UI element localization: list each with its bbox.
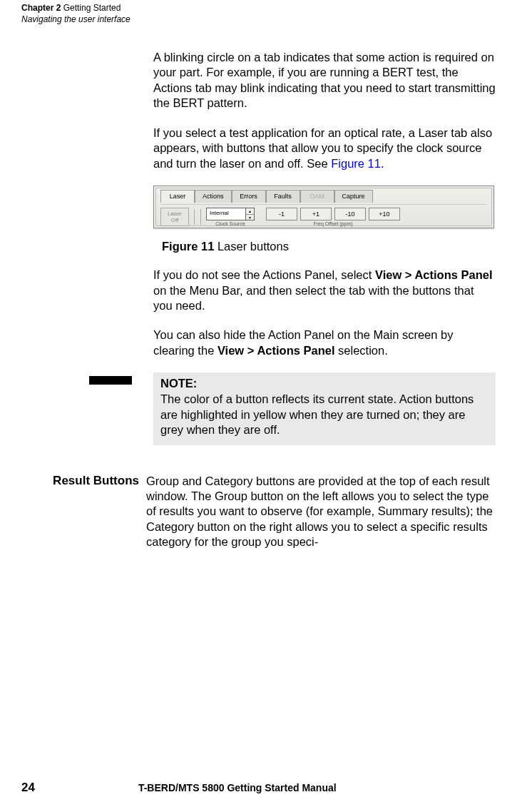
freq-plus-1-button[interactable]: +1: [300, 208, 332, 220]
paragraph-3-text-b: on the Menu Bar, and then select the tab…: [153, 284, 474, 312]
result-buttons-section: Result Buttons Group and Category button…: [38, 474, 496, 550]
chevron-up-icon[interactable]: ▴: [246, 208, 254, 215]
page-header: Chapter 2 Getting Started Navigating the…: [21, 3, 131, 24]
tab-laser[interactable]: Laser: [160, 190, 195, 203]
laser-off-line2: Off: [161, 217, 188, 223]
chapter-number: Chapter 2: [21, 3, 61, 13]
separator-icon: [200, 209, 201, 225]
section-text: Group and Category buttons are provided …: [146, 474, 496, 550]
clock-source-group: Internal ▴ ▾ Clock Source: [206, 208, 255, 226]
main-content: A blinking circle on a tab indicates tha…: [153, 50, 496, 550]
paragraph-2-text-a: If you select a test application for an …: [153, 126, 492, 170]
figure-number: Figure 11: [162, 240, 214, 253]
menu-path-2: View > Actions Panel: [218, 344, 335, 357]
figure-screenshot: Laser Actions Errors Faults OAM Capture …: [153, 186, 494, 228]
note-content: NOTE: The color of a button reflects its…: [153, 372, 496, 445]
tab-oam[interactable]: OAM: [300, 190, 334, 203]
footer-title: T-BERD/MTS 5800 Getting Started Manual: [138, 782, 337, 793]
paragraph-3-text-a: If you do not see the Actions Panel, sel…: [153, 268, 375, 281]
freq-plus-10-button[interactable]: +10: [369, 208, 400, 220]
freq-offset-label: Freq Offset (ppm): [313, 221, 352, 226]
laser-off-button[interactable]: Laser Off: [160, 208, 189, 226]
page-number: 24: [21, 781, 35, 795]
page-footer: 24 T-BERD/MTS 5800 Getting Started Manua…: [21, 781, 503, 795]
figure-caption-text: Laser buttons: [214, 240, 289, 253]
spinner-icon[interactable]: ▴ ▾: [246, 208, 255, 220]
note-block: NOTE: The color of a button reflects its…: [89, 372, 496, 445]
freq-minus-1-button[interactable]: -1: [266, 208, 297, 220]
note-title: NOTE:: [160, 377, 488, 390]
header-chapter-line: Chapter 2 Getting Started: [21, 3, 131, 13]
paragraph-2-text-b: .: [381, 157, 384, 170]
laser-off-line1: Laser: [161, 210, 188, 217]
paragraph-4: You can also hide the Action Panel on th…: [153, 328, 496, 358]
clock-source-value: Internal: [206, 208, 246, 220]
chevron-down-icon[interactable]: ▾: [246, 215, 254, 220]
clock-source-label: Clock Source: [215, 221, 245, 226]
toolbar-row: Laser Off Internal ▴ ▾ Clock S: [160, 204, 487, 227]
clock-source-combo[interactable]: Internal ▴ ▾: [206, 208, 255, 220]
tab-faults[interactable]: Faults: [266, 190, 300, 203]
figure-caption: Figure 11 Laser buttons: [153, 240, 496, 253]
separator-icon: [194, 209, 195, 225]
paragraph-3: If you do not see the Actions Panel, sel…: [153, 268, 496, 313]
note-text: The color of a button reflects its curre…: [160, 392, 488, 437]
figure-11: Laser Actions Errors Faults OAM Capture …: [153, 186, 496, 253]
figure-link[interactable]: Figure 11: [331, 157, 381, 170]
chapter-title: Getting Started: [61, 3, 121, 13]
paragraph-4-text-b: selection.: [335, 344, 388, 357]
freq-buttons-row: -1 +1 -10 +10: [266, 208, 400, 220]
freq-offset-group: -1 +1 -10 +10 Freq Offset (ppm): [266, 208, 400, 226]
menu-path-1: View > Actions Panel: [375, 268, 493, 281]
freq-minus-10-button[interactable]: -10: [334, 208, 366, 220]
paragraph-1: A blinking circle on a tab indicates tha…: [153, 50, 496, 111]
tab-actions[interactable]: Actions: [195, 190, 232, 203]
paragraph-2: If you select a test application for an …: [153, 126, 496, 171]
section-heading: Result Buttons: [38, 474, 146, 550]
note-marker-icon: [89, 376, 132, 385]
tab-strip: Laser Actions Errors Faults OAM Capture: [160, 190, 373, 203]
header-subtitle: Navigating the user interface: [21, 14, 131, 24]
tab-capture[interactable]: Capture: [334, 190, 373, 203]
tab-errors[interactable]: Errors: [232, 190, 266, 203]
